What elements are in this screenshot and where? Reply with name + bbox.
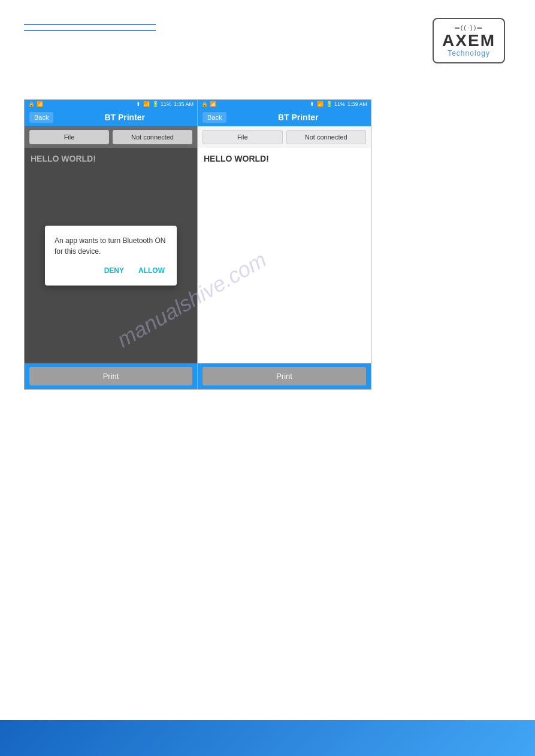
wifi-icon-right: 📶 [317,101,324,107]
print-button-right[interactable]: Print [202,367,366,385]
logo-box: ═((·))═ AXEM Technology [433,18,505,63]
phone-left: 🔒 📶 ⬆ 📶 🔋 11% 1:35 AM Back BT Printer Fi… [24,99,198,390]
battery-icon-left: 🔋 11% [152,101,171,107]
status-right-right: ⬆ 📶 🔋 11% 1:39 AM [310,101,367,107]
wifi-icon-left: 📶 [143,101,150,107]
deny-button[interactable]: DENY [102,265,126,276]
phone-print-bar-right: Print [198,363,371,389]
lock-icon: 🔒 [28,101,35,107]
phone-toolbar-left: File Not connected [25,126,197,148]
phone-toolbar-right: File Not connected [198,126,371,148]
status-bar-left: 🔒 📶 ⬆ 📶 🔋 11% 1:35 AM [25,100,197,108]
logo-tech-text: Technology [448,49,490,57]
phone-content-right: HELLO WORLD! [198,148,371,363]
header-lines [24,24,156,31]
connection-button-left[interactable]: Not connected [113,130,192,144]
page-header: ═((·))═ AXEM Technology [0,0,535,75]
allow-button[interactable]: ALLOW [136,265,167,276]
connection-button-right[interactable]: Not connected [286,130,367,144]
status-icons-left: 🔒 📶 [28,101,43,107]
dialog-message: An app wants to turn Bluetooth ON for th… [55,235,167,257]
phone-print-bar-left: Print [25,363,197,389]
phone-header-left: Back BT Printer [25,108,197,126]
phones-container: 🔒 📶 ⬆ 📶 🔋 11% 1:35 AM Back BT Printer Fi… [24,99,511,390]
file-button-right[interactable]: File [202,130,283,144]
logo-signal: ═((·))═ [455,24,483,31]
main-content: manualshive.com 🔒 📶 ⬆ 📶 🔋 11% 1:35 AM [0,75,535,402]
bt-icon-left: 📶 [37,101,43,107]
file-button-left[interactable]: File [29,130,109,144]
phone-title-left: BT Printer [57,113,192,122]
hello-world-right: HELLO WORLD! [204,154,365,163]
status-right-left: ⬆ 📶 🔋 11% 1:35 AM [136,101,194,107]
time-right: 1:39 AM [347,101,367,107]
header-line-2 [24,30,156,31]
phone-title-right: BT Printer [230,113,366,122]
phone-content-left: HELLO WORLD! An app wants to turn Blueto… [25,148,197,363]
bluetooth-dialog: An app wants to turn Bluetooth ON for th… [45,226,177,286]
logo-container: ═((·))═ AXEM Technology [433,18,505,63]
bluetooth-dialog-overlay: An app wants to turn Bluetooth ON for th… [25,148,197,363]
status-bar-right: 🔒 📶 ⬆ 📶 🔋 11% 1:39 AM [198,100,371,108]
phone-right: 🔒 📶 ⬆ 📶 🔋 11% 1:39 AM Back BT Printer Fi… [198,99,371,390]
back-button-left[interactable]: Back [29,112,53,123]
time-left: 1:35 AM [174,101,194,107]
bottom-wave [0,720,535,756]
header-line-1 [24,24,156,25]
dialog-actions: DENY ALLOW [55,265,167,276]
logo-axem-text: AXEM [442,32,495,49]
battery-icon-right: 🔋 11% [326,101,345,107]
status-icons-right: 🔒 📶 [201,101,216,107]
lock-icon-right: 🔒 [201,101,208,107]
signal-icon-left: ⬆ [136,101,141,107]
bt-icon-right: 📶 [210,101,216,107]
back-button-right[interactable]: Back [202,112,226,123]
print-button-left[interactable]: Print [29,367,192,385]
signal-icon-right: ⬆ [310,101,315,107]
phone-header-right: Back BT Printer [198,108,371,126]
